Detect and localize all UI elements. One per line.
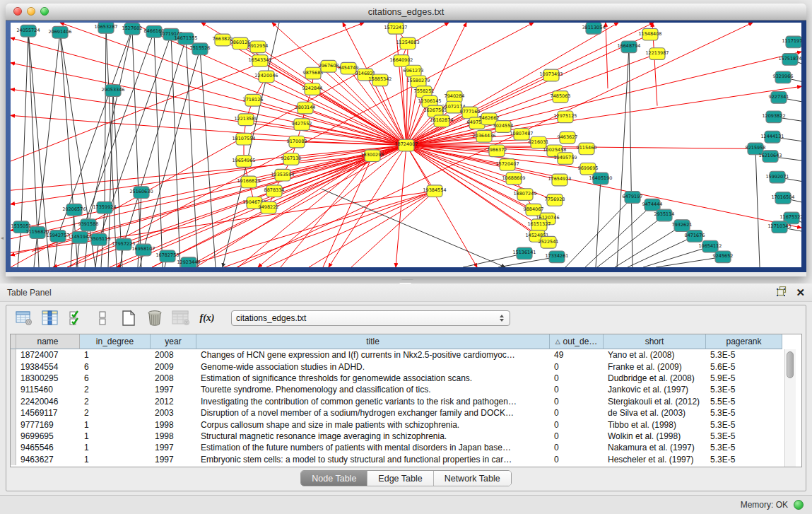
table-row[interactable]: 946362711997Embryonic stem cells: a mode… <box>11 454 801 465</box>
table-cell[interactable]: 1 <box>80 350 151 360</box>
table-cell[interactable]: 1998 <box>151 420 196 430</box>
select-all-icon[interactable] <box>67 309 86 327</box>
table-cell[interactable]: 5.6E-5 <box>706 362 782 372</box>
citation-edge[interactable] <box>171 35 180 267</box>
table-cell[interactable]: 0 <box>550 420 604 430</box>
table-cell[interactable]: 1 <box>80 431 151 441</box>
citation-edge[interactable] <box>124 39 186 245</box>
citation-edge[interactable] <box>313 74 406 146</box>
table-cell[interactable]: Wolkin et al. (1998) <box>604 431 706 441</box>
table-settings-icon[interactable] <box>15 309 33 327</box>
table-cell[interactable]: 0 <box>550 373 604 383</box>
citation-edge[interactable] <box>11 145 406 204</box>
table-cell[interactable]: 0 <box>550 455 604 465</box>
table-cell[interactable]: 5.3E-5 <box>706 443 782 452</box>
citation-edge[interactable] <box>21 31 28 227</box>
table-cell[interactable]: 1997 <box>151 385 196 395</box>
table-cell[interactable]: 49 <box>550 350 604 360</box>
select-column-icon[interactable] <box>41 309 59 327</box>
table-cell[interactable]: Yano et al. (2008) <box>604 350 706 360</box>
table-row[interactable]: 1872400712008Changes of HCN gene express… <box>11 349 801 361</box>
column-header-title[interactable]: title <box>196 334 550 349</box>
citation-edge[interactable] <box>11 23 449 267</box>
table-cell[interactable]: 5.3E-5 <box>706 431 782 441</box>
table-cell[interactable]: 6 <box>80 373 151 383</box>
table-cell[interactable]: 1997 <box>151 455 196 465</box>
zoom-window-button[interactable] <box>40 7 49 16</box>
table-cell[interactable]: 9115460 <box>16 385 80 395</box>
table-cell[interactable]: 19384554 <box>16 362 80 372</box>
table-cell[interactable]: Genome-wide association studies in ADHD. <box>196 362 550 372</box>
table-cell[interactable]: 1 <box>80 420 151 430</box>
table-cell[interactable]: 5.3E-5 <box>706 385 782 395</box>
table-cell[interactable]: 5.3E-5 <box>706 350 782 360</box>
network-canvas[interactable]: 1872400718300295193845542242004627181261… <box>11 23 801 267</box>
citation-edge[interactable] <box>755 148 760 267</box>
table-row[interactable]: 2242004622012Investigating the contribut… <box>11 396 801 407</box>
tab-node-table[interactable]: Node Table <box>301 471 367 486</box>
table-cell[interactable]: 0 <box>550 408 604 418</box>
table-cell[interactable]: Corpus callosum shape and size in male p… <box>196 420 550 430</box>
tab-edge-table[interactable]: Edge Table <box>367 471 433 486</box>
table-cell[interactable]: 0 <box>550 362 604 372</box>
function-builder-icon[interactable]: f(x) <box>198 309 216 327</box>
table-cell[interactable]: Embryonic stem cells: a model to study s… <box>196 455 550 465</box>
table-cell[interactable]: Investigating the contribution of common… <box>196 397 550 407</box>
citation-edge[interactable] <box>406 145 539 225</box>
citation-edge[interactable] <box>253 100 406 146</box>
table-cell[interactable]: 2003 <box>151 408 196 418</box>
table-cell[interactable]: Structural magnetic resonance image aver… <box>196 431 550 441</box>
table-row[interactable]: 911546021997Tourette syndrome. Phenomeno… <box>11 384 801 395</box>
citation-edge[interactable] <box>186 39 198 267</box>
table-cell[interactable]: 9777169 <box>16 420 80 430</box>
citation-edge[interactable] <box>606 23 608 88</box>
tab-network-table[interactable]: Network Table <box>433 471 511 486</box>
table-cell[interactable]: 9699695 <box>16 431 80 441</box>
citation-edge[interactable] <box>105 28 106 208</box>
table-cell[interactable]: Hescheler et al. (1997) <box>604 455 706 465</box>
citation-edge[interactable] <box>323 156 372 267</box>
table-cell[interactable]: Nakamura et al. (1997) <box>604 443 706 452</box>
column-header-name[interactable]: name <box>16 334 80 349</box>
table-row[interactable]: 1830029562008Estimation of significance … <box>11 373 801 384</box>
citation-edge[interactable] <box>238 156 372 267</box>
table-cell[interactable]: 2012 <box>151 397 196 407</box>
network-window-titlebar[interactable]: citations_edges.txt <box>6 4 806 21</box>
table-cell[interactable]: 0 <box>550 397 604 407</box>
table-cell[interactable]: 1998 <box>151 431 196 441</box>
close-window-button[interactable] <box>13 7 22 16</box>
table-cell[interactable]: Tourette syndrome. Phenomenology and cla… <box>196 385 550 395</box>
table-cell[interactable]: 9463627 <box>16 455 80 465</box>
close-panel-icon[interactable]: ✕ <box>796 287 805 298</box>
column-header-short[interactable]: short <box>604 334 706 349</box>
table-cell[interactable]: 9465546 <box>16 443 80 452</box>
citation-edge[interactable] <box>351 191 435 267</box>
table-cell[interactable]: Estimation of the future numbers of pati… <box>196 443 550 452</box>
citation-edge[interactable] <box>266 191 435 267</box>
table-row[interactable]: 1456911722003Disruption of a novel membe… <box>11 407 801 419</box>
table-row[interactable]: 969969511998Structural magnetic resonanc… <box>11 431 801 442</box>
table-cell[interactable]: 5.9E-5 <box>706 373 782 383</box>
float-panel-icon[interactable] <box>777 286 787 298</box>
table-cell[interactable]: Changes of HCN gene expression and I(f) … <box>196 350 550 360</box>
table-row[interactable]: 977716911998Corpus callosum shape and si… <box>11 419 801 430</box>
table-cell[interactable]: 0 <box>550 443 604 452</box>
table-cell[interactable]: 2 <box>80 385 151 395</box>
collapse-arrow-icon[interactable]: ◂ <box>1 235 4 241</box>
table-cell[interactable]: 2008 <box>151 373 196 383</box>
table-cell[interactable]: 2 <box>80 397 151 407</box>
citation-graph[interactable]: 1872400718300295193845542242004627181261… <box>11 23 801 267</box>
citation-edge[interactable] <box>266 76 406 145</box>
table-cell[interactable]: 5.5E-5 <box>706 397 782 407</box>
citation-edge[interactable] <box>37 33 60 233</box>
citation-edge[interactable] <box>406 52 801 145</box>
minimize-window-button[interactable] <box>27 7 35 16</box>
table-cell[interactable]: Jankovic et al. (1997) <box>604 385 706 395</box>
citation-edge[interactable] <box>11 38 406 146</box>
table-cell[interactable]: 2009 <box>151 362 196 372</box>
citation-edge[interactable] <box>11 115 406 145</box>
table-cell[interactable]: 2008 <box>151 350 196 360</box>
table-cell[interactable]: 18300295 <box>16 373 80 383</box>
citation-edge[interactable] <box>617 47 629 267</box>
unselect-all-icon[interactable] <box>93 309 112 327</box>
